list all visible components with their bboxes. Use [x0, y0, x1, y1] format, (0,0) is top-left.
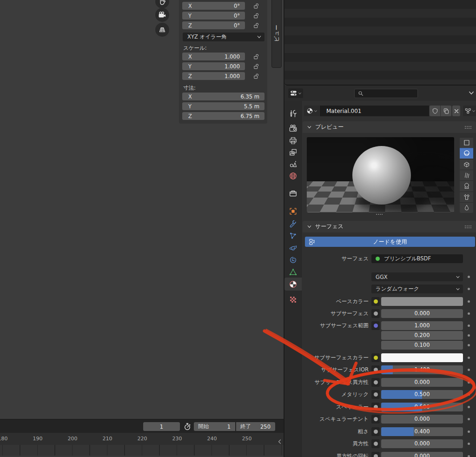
preview-flat-button[interactable]: [460, 137, 473, 148]
value-slider[interactable]: 0.000: [381, 452, 463, 457]
outliner-panel[interactable]: [284, 0, 476, 86]
3d-viewport[interactable]: ビュー X 0° Y 0° Z 0° XYZ オイラー角 スケール: X: [0, 0, 284, 420]
tab-view-layer[interactable]: [284, 146, 302, 159]
dimension-x-field[interactable]: X 6.35 m: [182, 93, 264, 100]
camera-view-gizmo[interactable]: [155, 8, 169, 22]
subsurface-method-dropdown[interactable]: ランダムウォーク: [371, 285, 463, 293]
socket-button[interactable]: [371, 365, 380, 374]
tab-output[interactable]: [284, 134, 302, 147]
socket-button[interactable]: [371, 452, 380, 457]
animate-dot[interactable]: [468, 334, 470, 337]
timeline[interactable]: 1 開始 1 終了 250 180190200210220230240250: [0, 420, 284, 457]
animate-dot[interactable]: [468, 455, 470, 457]
value-slider[interactable]: 0.000: [381, 309, 463, 318]
tab-physics[interactable]: [284, 241, 302, 254]
preview-hair-button[interactable]: [460, 170, 473, 180]
socket-button[interactable]: [371, 309, 380, 318]
ortho-grid-gizmo[interactable]: [155, 23, 169, 37]
frame-start-field[interactable]: 開始 1: [194, 422, 235, 431]
tab-collection[interactable]: [284, 187, 302, 200]
properties-search[interactable]: [354, 89, 418, 98]
scale-y-field[interactable]: Y 1.000: [182, 62, 245, 70]
tab-scene[interactable]: [284, 158, 302, 171]
scale-x-field[interactable]: X 1.000: [182, 53, 245, 60]
animate-dot[interactable]: [468, 312, 470, 315]
lock-open-icon[interactable]: [253, 3, 260, 9]
animate-dot[interactable]: [468, 381, 470, 384]
search-input[interactable]: [364, 91, 410, 96]
lock-open-icon[interactable]: [253, 53, 260, 60]
animate-dot[interactable]: [468, 357, 470, 359]
drag-dots-icon[interactable]: [464, 225, 472, 228]
scale-z-field[interactable]: Z 1.000: [182, 72, 245, 80]
value-slider[interactable]: 0.400: [381, 427, 463, 436]
preview-cloth-button[interactable]: [460, 192, 473, 202]
tab-material[interactable]: [284, 278, 302, 291]
preview-sphere-button[interactable]: [460, 148, 473, 159]
tab-object-data[interactable]: [284, 265, 302, 278]
sidebar-tab-view[interactable]: ビュー: [271, 0, 282, 68]
lock-open-icon[interactable]: [253, 73, 260, 79]
animate-dot[interactable]: [468, 418, 470, 420]
rotation-z-field[interactable]: Z 0°: [182, 21, 245, 29]
value-slider[interactable]: 1.000: [381, 321, 463, 330]
tab-object[interactable]: [284, 205, 302, 218]
node-tree-button[interactable]: [463, 106, 476, 116]
current-frame-field[interactable]: 1: [143, 422, 180, 431]
animate-dot[interactable]: [468, 344, 470, 346]
preview-panel-header[interactable]: プレビュー: [303, 121, 476, 133]
socket-button[interactable]: [371, 427, 380, 436]
value-slider[interactable]: 0.200: [381, 331, 463, 340]
color-swatch[interactable]: [381, 297, 463, 306]
tab-world[interactable]: [284, 169, 302, 182]
new-material-button[interactable]: [441, 106, 451, 116]
value-slider[interactable]: 0.000: [381, 378, 463, 387]
tab-modifiers[interactable]: [284, 217, 302, 230]
distribution-dropdown[interactable]: GGX: [371, 272, 463, 281]
timeline-ruler[interactable]: 180190200210220230240250: [0, 433, 284, 445]
animate-dot[interactable]: [468, 325, 470, 327]
animate-dot[interactable]: [468, 443, 470, 445]
socket-button[interactable]: [371, 378, 380, 387]
use-nodes-button[interactable]: ノードを使用: [305, 237, 475, 247]
lock-open-icon[interactable]: [253, 63, 260, 70]
value-slider[interactable]: 0.500: [381, 403, 463, 411]
surface-panel-header[interactable]: サーフェス: [303, 221, 476, 232]
value-slider[interactable]: 0.100: [381, 341, 463, 350]
tab-render[interactable]: [284, 122, 302, 135]
lock-open-icon[interactable]: [253, 22, 260, 29]
material-name-field[interactable]: Material.001: [320, 106, 429, 116]
header-options-chevron-icon[interactable]: [468, 89, 475, 97]
animate-dot[interactable]: [468, 393, 470, 396]
socket-button[interactable]: [371, 439, 380, 448]
socket-button[interactable]: [371, 297, 380, 306]
socket-button[interactable]: [371, 321, 380, 330]
lock-open-icon[interactable]: [253, 13, 260, 19]
rotation-y-field[interactable]: Y 0°: [182, 12, 245, 20]
animate-dot[interactable]: [468, 406, 470, 408]
socket-button[interactable]: [371, 353, 380, 362]
socket-button[interactable]: [371, 390, 380, 399]
value-slider[interactable]: 0.500: [381, 390, 463, 399]
pan-gizmo[interactable]: [155, 0, 169, 8]
preview-cube-button[interactable]: [460, 159, 473, 170]
tab-particles[interactable]: [284, 229, 302, 242]
animate-dot[interactable]: [468, 431, 470, 433]
color-swatch[interactable]: [381, 353, 463, 362]
unlink-material-button[interactable]: [452, 106, 460, 116]
fake-user-button[interactable]: [430, 106, 440, 116]
value-slider[interactable]: 1.400: [381, 365, 463, 374]
rotation-x-field[interactable]: X 0°: [182, 2, 245, 10]
preview-shaderball-button[interactable]: [460, 180, 473, 191]
rotation-mode-dropdown[interactable]: XYZ オイラー角: [183, 33, 264, 41]
dimension-y-field[interactable]: Y 5.5 m: [182, 102, 264, 110]
animate-dot[interactable]: [468, 288, 470, 290]
value-slider[interactable]: 0.000: [381, 415, 463, 424]
frame-end-field[interactable]: 終了 250: [236, 422, 275, 431]
preview-resize-handle[interactable]: [376, 213, 383, 216]
dimension-z-field[interactable]: Z 6.75 m: [182, 112, 264, 120]
drag-dots-icon[interactable]: [464, 126, 472, 129]
value-slider[interactable]: 0.000: [381, 439, 463, 448]
preview-fluid-button[interactable]: [460, 202, 473, 213]
surface-shader-button[interactable]: プリンシプルBSDF: [371, 254, 463, 263]
